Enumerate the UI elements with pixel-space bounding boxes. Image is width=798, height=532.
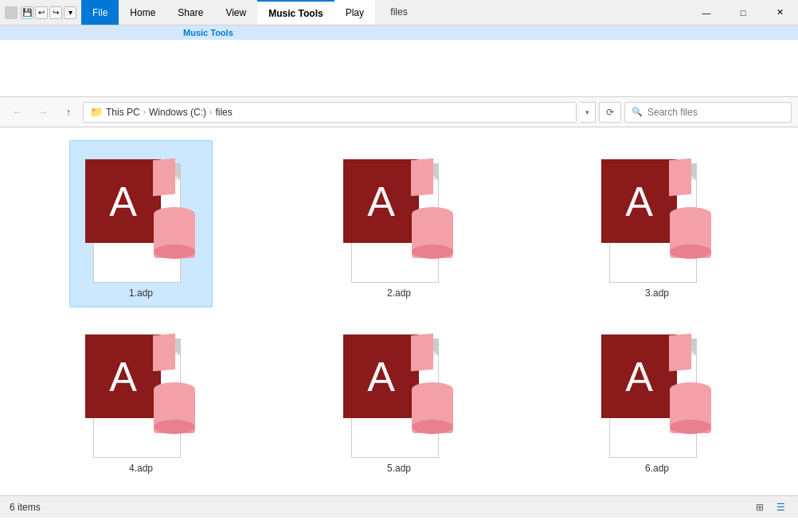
status-right: ⊞ ☰ [752,499,788,515]
more-quick-btn[interactable]: ▾ [64,6,76,19]
title-bar-left: 💾 ↩ ↪ ▾ [0,0,81,25]
file-icon-4: A [85,323,197,458]
file-icon-6: A [601,323,713,458]
close-button[interactable]: ✕ [761,0,798,25]
redo-quick-btn[interactable]: ↪ [49,6,62,19]
search-input[interactable] [647,107,784,118]
address-bar: ← → ↑ 📁 This PC › Windows (C:) › files ▾… [0,97,798,127]
search-box[interactable]: 🔍 [624,102,792,123]
tab-home[interactable]: Home [119,0,166,25]
back-button[interactable]: ← [6,101,29,123]
list-item[interactable]: A 2.adp [327,140,471,307]
main-content: A 1.adp A [0,127,798,495]
up-button[interactable]: ↑ [57,101,80,123]
db-cylinder [154,207,195,259]
breadcrumb-files[interactable]: files [215,107,232,118]
file-label: 2.adp [387,288,411,299]
breadcrumb-windows-c[interactable]: Windows (C:) [149,107,206,118]
file-icon-1: A [85,147,197,283]
db-cylinder [412,207,453,259]
undo-quick-btn[interactable]: ↩ [35,6,48,19]
db-cylinder [412,382,453,434]
quick-access: 💾 ↩ ↪ ▾ [21,6,76,19]
list-item[interactable]: A 4.adp [69,315,213,483]
list-item[interactable]: A 1.adp [69,140,213,307]
maximize-button[interactable]: □ [725,0,761,25]
list-item[interactable]: A 6.adp [585,315,729,483]
save-quick-btn[interactable]: 💾 [21,6,33,19]
db-cylinder [154,382,195,434]
app-icon [5,6,18,19]
folder-icon: 📁 [90,106,103,118]
search-icon: 🔍 [632,107,643,117]
db-cylinder [670,382,711,434]
address-path[interactable]: 📁 This PC › Windows (C:) › files [83,102,577,123]
status-bar: 6 items ⊞ ☰ [0,495,798,518]
forward-button[interactable]: → [32,101,54,123]
file-icon-2: A [343,147,455,283]
file-label: 3.adp [645,288,669,299]
address-dropdown[interactable]: ▾ [580,102,596,123]
breadcrumb-this-pc[interactable]: This PC [106,107,140,118]
list-item[interactable]: A 5.adp [327,315,471,483]
file-area: A 1.adp A [0,127,798,495]
details-view-btn[interactable]: ☰ [773,499,788,515]
minimize-button[interactable]: — [688,0,725,25]
file-label: 5.adp [387,463,411,474]
db-cylinder [670,207,711,259]
file-label: 1.adp [129,288,153,299]
context-band: Music Tools [0,25,798,40]
tab-music-tools[interactable]: Music Tools [257,0,334,25]
file-label: 4.adp [129,463,153,474]
tab-view[interactable]: View [214,0,257,25]
large-icons-view-btn[interactable]: ⊞ [752,499,768,515]
tab-play[interactable]: Play [334,0,375,25]
file-icon-5: A [343,323,455,458]
file-icon-3: A [601,147,713,283]
title-bar: 💾 ↩ ↪ ▾ File Home Share View Music Tools… [0,0,798,25]
list-item[interactable]: A 3.adp [585,140,729,307]
item-count: 6 items [10,502,41,513]
ribbon-tabs: File Home Share View Music Tools Play [81,0,688,25]
context-band-label: Music Tools [183,28,233,37]
tab-file[interactable]: File [81,0,119,25]
ribbon [0,40,798,97]
window-controls: — □ ✕ [688,0,798,25]
file-label: 6.adp [645,463,669,474]
tab-share[interactable]: Share [166,0,214,25]
refresh-button[interactable]: ⟳ [599,102,621,123]
